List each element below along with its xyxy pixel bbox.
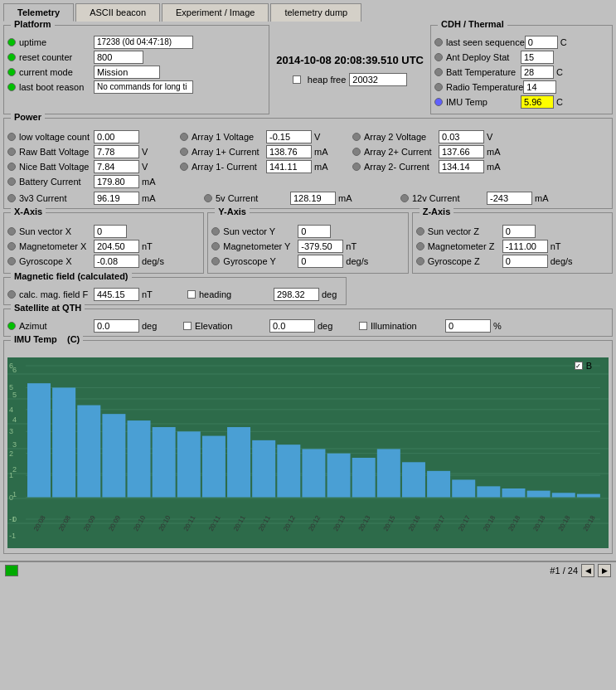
pwr-led-1 [7, 148, 16, 156]
arr1-led-0 [180, 133, 188, 141]
illum-cb [359, 322, 367, 330]
3v3-unit: mA [142, 193, 162, 203]
3v3-led [7, 194, 16, 202]
uptime-label: uptime [19, 37, 94, 47]
12v-led [400, 194, 409, 202]
reset-label: reset counter [19, 52, 94, 62]
y-led-2 [211, 257, 220, 265]
nice-batt-unit: V [142, 162, 162, 172]
cdh-title: CDH / Thermal [438, 19, 507, 29]
5v-unit: mA [338, 193, 359, 203]
arr1-curr-plus-value: 138.76 [266, 145, 312, 158]
arr2-curr-plus-value: 137.66 [439, 145, 484, 158]
batt-curr-unit: mA [142, 177, 162, 187]
chart-legend: ✓ B [575, 361, 592, 371]
y-led-0 [211, 227, 220, 236]
boot-led [7, 83, 16, 91]
sun-y-label: Sun vector Y [223, 226, 298, 236]
next-page-btn[interactable]: ▶ [598, 564, 611, 577]
datetime-section: 2014-10-08 20:08:39.510 UTC heap free 20… [273, 25, 427, 114]
tab-ascii-beacon[interactable]: ASCII beacon [75, 3, 160, 22]
datetime-display: 2014-10-08 20:08:39.510 UTC [276, 54, 424, 66]
legend-checkbox[interactable]: ✓ [575, 362, 583, 370]
z-led-1 [416, 242, 424, 250]
gyro-y-value: 0 [298, 255, 343, 268]
magfield-title: Magnetic field (calculated) [11, 271, 132, 281]
status-indicator [5, 565, 18, 576]
last-seq-value: 0 [525, 36, 558, 49]
z-led-2 [416, 257, 424, 265]
mag-x-value: 204.50 [94, 240, 139, 253]
sun-z-value: 0 [502, 225, 536, 238]
legend-label: B [586, 361, 592, 371]
azimut-label: Azimut [19, 321, 94, 331]
arr2-led-1 [352, 148, 361, 156]
arr2-curr-minus-value: 134.14 [439, 160, 484, 173]
batt-temp-label: Batt Temperature [446, 67, 521, 77]
gyro-y-unit: deg/s [346, 256, 368, 266]
arr2-volt-value: 0.03 [439, 130, 484, 143]
platform-title: Platform [11, 19, 55, 29]
arr1-curr-minus-label: Array 1- Current [192, 162, 266, 172]
imu-temp-value: 5.96 [521, 95, 554, 109]
status-bar: #1 / 24 ◀ ▶ [0, 561, 616, 579]
low-volt-label: low voltage count [19, 132, 94, 142]
calc-mag-value: 445.15 [94, 288, 139, 301]
imu-temp-label: IMU Temp [446, 97, 521, 107]
satellite-panel: Satellite at QTH Azimut 0.0 deg Elevatio… [3, 309, 613, 337]
pwr-led-3 [7, 177, 16, 186]
arr2-led-0 [352, 133, 361, 141]
gyro-y-label: Gyroscope Y [223, 256, 298, 266]
power-panel: Power low voltage count 0.00 Raw Batt Vo… [3, 118, 613, 209]
mag-y-unit: nT [346, 241, 366, 251]
gyro-z-label: Gyroscope Z [428, 256, 502, 266]
radio-temp-label: Radio Temperature [446, 82, 523, 92]
mag-led [7, 290, 16, 299]
gyro-x-value: -0.08 [94, 255, 139, 268]
tab-experiment-image[interactable]: Experiment / Image [162, 3, 269, 22]
mag-y-value: -379.50 [298, 240, 343, 253]
zaxis-panel: Z-Axis Sun vector Z 0 Magnetometer Z -11… [412, 212, 613, 274]
batt-temp-unit: C [556, 67, 577, 77]
cdh-panel: CDH / Thermal last seen sequence 0 C Ant… [430, 25, 613, 114]
array2-col: Array 2 Voltage 0.03 V Array 2+ Current … [352, 129, 518, 175]
prev-page-btn[interactable]: ◀ [581, 564, 594, 577]
pwr-led-2 [7, 163, 16, 171]
sun-x-value: 0 [94, 225, 127, 238]
heap-value: 20032 [349, 73, 407, 86]
elevation-unit: deg [318, 321, 338, 331]
arr1-curr-minus-value: 141.11 [266, 160, 312, 173]
tab-telemetry-dump[interactable]: telemetry dump [270, 3, 361, 22]
satellite-title: Satellite at QTH [11, 303, 85, 313]
arr1-curr-plus-label: Array 1+ Current [192, 147, 266, 157]
batt-temp-value: 28 [521, 66, 554, 79]
arr2-curr-minus-unit: mA [487, 162, 507, 172]
azimut-unit: deg [142, 321, 162, 331]
reset-value: 800 [94, 51, 143, 64]
xaxis-title: X-Axis [11, 207, 46, 216]
heap-label: heap free [308, 75, 346, 85]
gyro-x-label: Gyroscope X [19, 256, 94, 266]
azimut-value: 0.0 [94, 319, 139, 333]
cdh-led-3 [434, 83, 443, 91]
ant-deploy-value: 15 [521, 51, 554, 64]
low-volt-value: 0.00 [94, 130, 139, 143]
power-title: Power [11, 112, 45, 122]
sat-led-0 [7, 322, 16, 330]
batt-curr-value: 179.80 [94, 175, 139, 188]
elevation-value: 0.0 [269, 319, 315, 333]
calc-mag-unit: nT [142, 289, 162, 299]
arr2-volt-unit: V [487, 132, 507, 142]
tabs-bar: Telemetry ASCII beacon Experiment / Imag… [0, 0, 616, 22]
mode-led [7, 68, 16, 76]
chart-area: 6 5 4 3 2 1 0 -1 [7, 357, 609, 548]
mag-x-unit: nT [142, 241, 162, 251]
mag-z-label: Magnetometer Z [428, 241, 502, 251]
heading-unit: deg [322, 289, 342, 299]
heap-led [293, 75, 301, 84]
chart-title: IMU Temp (C) [11, 334, 83, 344]
illumination-label: Illumination [371, 321, 445, 331]
cdh-led-4 [434, 98, 443, 106]
gyro-z-unit: deg/s [551, 256, 573, 266]
heading-cb [187, 290, 196, 299]
